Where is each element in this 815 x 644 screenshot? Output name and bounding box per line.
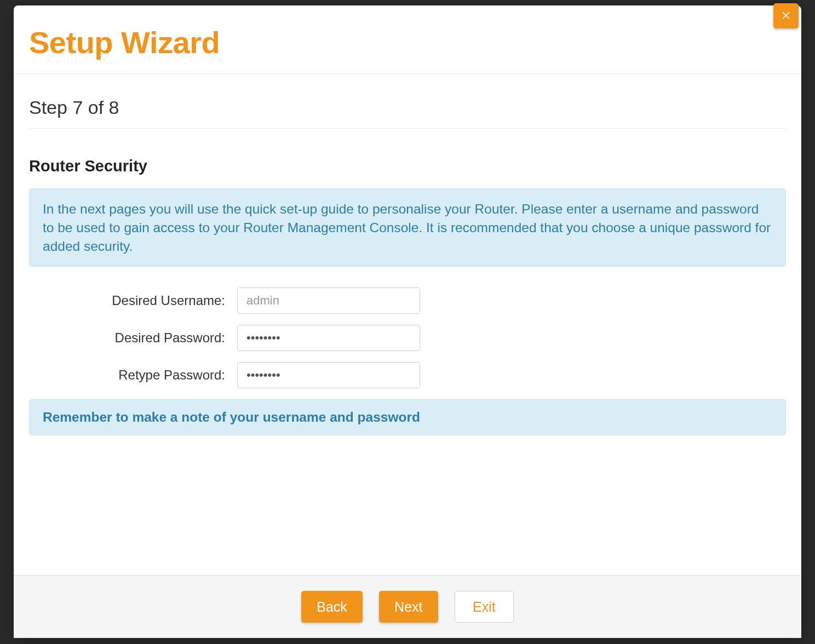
back-button[interactable]: Back xyxy=(301,591,363,623)
modal-body: Step 7 of 8 Router Security In the next … xyxy=(14,74,801,575)
close-icon xyxy=(780,9,791,24)
section-title: Router Security xyxy=(29,157,786,175)
retype-password-label: Retype Password: xyxy=(29,367,237,383)
info-alert: In the next pages you will use the quick… xyxy=(29,188,786,267)
username-label: Desired Username: xyxy=(29,293,237,308)
reminder-alert: Remember to make a note of your username… xyxy=(29,399,786,435)
next-button[interactable]: Next xyxy=(379,591,438,623)
password-label: Desired Password: xyxy=(29,330,237,346)
page-title: Setup Wizard xyxy=(29,25,786,60)
close-button[interactable] xyxy=(773,3,799,28)
exit-button[interactable]: Exit xyxy=(455,591,514,623)
step-indicator: Step 7 of 8 xyxy=(29,97,786,129)
username-field[interactable] xyxy=(237,288,420,314)
modal-header: Setup Wizard xyxy=(14,5,801,74)
modal-footer: Back Next Exit xyxy=(14,575,801,638)
password-field[interactable] xyxy=(237,325,420,351)
setup-wizard-modal: Setup Wizard Step 7 of 8 Router Security… xyxy=(14,5,801,638)
retype-password-field[interactable] xyxy=(237,362,420,388)
form-row-username: Desired Username: xyxy=(29,288,786,314)
form-row-retype: Retype Password: xyxy=(29,362,786,388)
form-row-password: Desired Password: xyxy=(29,325,786,351)
